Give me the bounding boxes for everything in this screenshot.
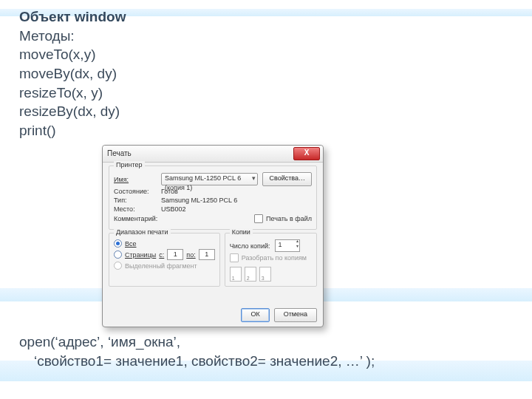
close-button[interactable]: X: [293, 147, 320, 160]
method-line: resizeTo(x, y): [19, 83, 517, 103]
method-line: print(): [19, 121, 517, 140]
open-line-2: ‘свойство1= значение1, свойство2= значен…: [19, 352, 375, 371]
printer-name-combo[interactable]: Samsung ML-1250 PCL 6 (копия 1): [161, 173, 258, 185]
range-pages-label: Страницы: [125, 251, 156, 259]
collate-preview: 1 2 3: [230, 267, 312, 282]
from-label: с:: [159, 251, 164, 259]
collate-label: Разобрать по копиям: [242, 254, 307, 262]
range-all-label: Все: [125, 240, 137, 248]
printer-group-title: Принтер: [114, 161, 145, 168]
type-value: Samsung ML-1250 PCL 6: [161, 197, 237, 204]
method-line: moveBy(dx, dy): [19, 64, 517, 83]
ok-button[interactable]: ОК: [241, 308, 269, 322]
from-field[interactable]: 1: [167, 249, 183, 260]
page-icon: 2: [245, 267, 256, 282]
printer-group: Принтер Имя: Samsung ML-1250 PCL 6 (копи…: [109, 166, 317, 230]
name-label: Имя:: [114, 176, 161, 183]
copies-group-title: Копии: [230, 228, 253, 236]
copies-group: Копии Число копий: 1 Разобрать по копиям…: [225, 233, 317, 287]
comment-label: Комментарий:: [114, 215, 157, 222]
range-all-radio[interactable]: [114, 239, 122, 248]
range-selection-label: Выделенный фрагмент: [125, 262, 197, 270]
range-group-title: Диапазон печати: [114, 228, 171, 236]
to-label: по:: [186, 251, 195, 259]
method-list: moveTo(x,y) moveBy(dx, dy) resizeTo(x, y…: [19, 45, 517, 140]
slide-title: Объект window: [19, 7, 517, 27]
page-icon: 3: [259, 267, 271, 282]
state-label: Состояние:: [114, 188, 161, 195]
range-selection-radio: [114, 262, 122, 270]
dialog-title-text: Печать: [107, 149, 132, 157]
cancel-button[interactable]: Отмена: [274, 308, 317, 322]
collate-checkbox: [230, 253, 239, 262]
open-line-1: open(‘адрес’, ‘имя_окна’,: [19, 332, 375, 352]
properties-button[interactable]: Свойства…: [262, 172, 312, 186]
print-to-file-checkbox[interactable]: [254, 214, 263, 223]
where-value: USB002: [161, 205, 186, 213]
page-icon: 1: [230, 267, 242, 282]
where-label: Место:: [114, 205, 161, 213]
slide-subtitle: Методы:: [19, 27, 517, 46]
open-call: open(‘адрес’, ‘имя_окна’, ‘свойство1= зн…: [19, 332, 375, 370]
to-field[interactable]: 1: [199, 249, 215, 260]
range-group: Диапазон печати Все Страницы с: 1 по: 1 …: [109, 233, 220, 287]
dialog-titlebar[interactable]: Печать X: [103, 146, 323, 163]
type-label: Тип:: [114, 197, 161, 204]
count-label: Число копий:: [230, 242, 270, 250]
count-field[interactable]: 1: [275, 239, 300, 252]
slide-content: Объект window Методы: moveTo(x,y) moveBy…: [0, 0, 532, 140]
range-pages-radio[interactable]: [114, 250, 122, 259]
close-icon: X: [304, 149, 310, 157]
print-to-file-label: Печать в файл: [266, 215, 312, 222]
method-line: resizeBy(dx, dy): [19, 102, 517, 121]
print-dialog: Печать X Принтер Имя: Samsung ML-1250 PC…: [102, 145, 324, 327]
method-line: moveTo(x,y): [19, 45, 517, 64]
